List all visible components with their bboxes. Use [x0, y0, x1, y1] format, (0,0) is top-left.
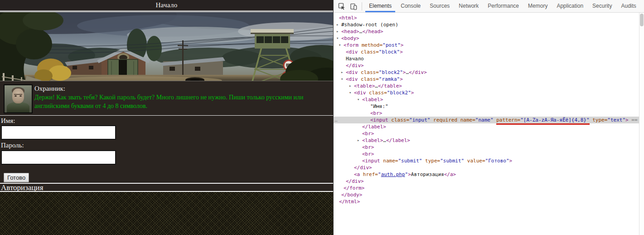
banner-image	[0, 12, 333, 81]
tree-row-code: <br>	[370, 110, 383, 116]
inspect-element-icon[interactable]	[337, 2, 346, 11]
expand-arrow-icon[interactable]: ▸	[336, 21, 339, 28]
devtools-tree-row[interactable]: <br>	[334, 144, 639, 151]
auth-row: Авторизация	[0, 184, 333, 191]
tree-row-code: "Имя:"	[370, 103, 388, 109]
collapse-arrow-icon[interactable]: ▾	[339, 42, 341, 49]
devtools-tab-console[interactable]: Console	[396, 0, 425, 12]
device-toolbar-icon[interactable]	[349, 2, 358, 11]
devtools-tree-row[interactable]: <br>	[334, 130, 639, 137]
tree-row-code: </div>	[346, 178, 364, 184]
tree-row-code: <div class="block">	[346, 49, 403, 55]
name-label: Имя:	[1, 117, 15, 125]
devtools-tab-audits[interactable]: Audits	[616, 0, 640, 12]
tree-row-code: <a href="auth.php">Авторизация</a>	[354, 171, 456, 177]
devtools-tree-row[interactable]: </html>	[334, 198, 639, 205]
tree-row-code: <div class="ramka">	[346, 76, 403, 82]
devtools-tab-elements[interactable]: Elements	[364, 0, 396, 12]
avatar-eye	[15, 95, 17, 97]
guard-name: Охранник:	[34, 84, 329, 93]
devtools-scrollbar[interactable]	[639, 13, 644, 235]
devtools-tree-row[interactable]: ▸<head>…</head>	[334, 28, 639, 35]
tree-row-code: <table>…</table>	[354, 83, 402, 89]
background-texture	[0, 192, 333, 235]
guard-dialog: Охранник: Держи! Как звать тебя? Какой п…	[0, 81, 333, 116]
devtools-tree-row[interactable]: </form>	[334, 185, 639, 191]
devtools-tree-row[interactable]: </div>	[334, 62, 639, 69]
devtools-tree-row[interactable]: ▸<label>…</label>	[334, 137, 639, 144]
avatar-face	[12, 88, 24, 103]
collapse-arrow-icon[interactable]: ▾	[349, 89, 351, 96]
registration-form: Имя: Пароль: Готово	[0, 116, 333, 183]
devtools-tree-row[interactable]: Начало	[334, 55, 639, 62]
tree-row-code: <br>	[362, 131, 374, 137]
tree-row-code: <head>…</head>	[341, 29, 383, 34]
password-input[interactable]	[1, 150, 116, 165]
tree-row-code: </form>	[344, 185, 364, 191]
page-title: Начало	[0, 0, 333, 10]
avatar-brow	[14, 94, 22, 95]
devtools-tree-row[interactable]: <a href="auth.php">Авторизация</a>	[334, 171, 639, 178]
tree-row-code: <div class="block2">	[354, 90, 414, 96]
devtools-tree-row[interactable]: ▸#shadow-root (open)	[334, 21, 639, 28]
devtools-tree-row[interactable]: <br>	[334, 151, 639, 157]
guard-avatar	[4, 84, 33, 113]
devtools-tree-row[interactable]: ▸<table>…</table>	[334, 83, 639, 89]
devtools-tree-row[interactable]: ▾<div class="block2">	[334, 89, 639, 96]
devtools-tab-memory[interactable]: Memory	[523, 0, 552, 12]
elements-tree: <html>▸#shadow-root (open)▸<head>…</head…	[334, 13, 639, 235]
devtools-tabs: ElementsConsoleSourcesNetworkPerformance…	[364, 0, 644, 12]
password-label: Пароль:	[1, 141, 24, 149]
guard-message: Держи! Как звать тебя? Какой пароль буде…	[34, 93, 329, 110]
devtools-tree-row[interactable]: </label>	[334, 123, 639, 130]
tree-row-code: <br>	[362, 144, 374, 150]
toolbar-separator	[362, 2, 362, 10]
devtools-tree-row[interactable]: </div>	[334, 178, 639, 185]
tree-row-code: <input name="submit" type="submit" value…	[362, 158, 512, 164]
expand-arrow-icon[interactable]: ▸	[357, 137, 359, 144]
devtools-tab-performance[interactable]: Performance	[483, 0, 523, 12]
collapse-arrow-icon[interactable]: ▾	[357, 96, 359, 103]
devtools-tab-application[interactable]: Application	[552, 0, 588, 12]
row-hover-dots[interactable]: …	[334, 117, 337, 123]
devtools-tab-ad[interactable]: Ad	[641, 0, 644, 12]
devtools-tree-row[interactable]: <br>	[334, 110, 639, 117]
devtools-tab-network[interactable]: Network	[454, 0, 483, 12]
devtools-tree-row[interactable]: <input name="submit" type="submit" value…	[334, 157, 639, 164]
devtools-tree-row[interactable]: ▾<form method="post">	[334, 42, 639, 49]
collapse-arrow-icon[interactable]: ▾	[341, 76, 343, 83]
devtools-tree-row[interactable]: ▾<body>	[334, 35, 639, 42]
name-input[interactable]	[1, 125, 116, 140]
tree-row-code: </html>	[339, 199, 360, 205]
devtools-tree-row[interactable]: </div>	[334, 164, 639, 171]
expand-arrow-icon[interactable]: ▸	[349, 83, 351, 89]
devtools-tab-security[interactable]: Security	[588, 0, 616, 12]
village-scene	[0, 12, 333, 81]
expand-arrow-icon[interactable]: ▸	[341, 69, 343, 76]
devtools-tree-row[interactable]: </body>	[334, 191, 639, 198]
tree-row-code: <html>	[339, 15, 357, 21]
guard-text: Охранник: Держи! Как звать тебя? Какой п…	[34, 84, 329, 110]
tree-row-code: <br>	[362, 151, 374, 157]
devtools-tree-row[interactable]: "Имя:"	[334, 103, 639, 110]
devtools-tree-row[interactable]: <html>	[334, 15, 639, 21]
avatar-jacket	[7, 102, 29, 113]
avatar-eye	[19, 95, 22, 97]
tree-row-code: <label>…</label>	[362, 137, 410, 143]
game-page: Начало	[0, 0, 333, 235]
devtools-tab-sources[interactable]: Sources	[425, 0, 454, 12]
tree-row-code: </body>	[341, 192, 362, 198]
expand-arrow-icon[interactable]: ▸	[336, 28, 339, 35]
devtools-tree-row[interactable]: <div class="block">	[334, 49, 639, 55]
devtools-tree-row[interactable]: ▾<div class="ramka">	[334, 76, 639, 83]
devtools-tree-row[interactable]: ▸<div class="block2">…</div>	[334, 69, 639, 76]
tree-row-code: </div>	[354, 165, 372, 171]
tree-row-code: <label>	[362, 97, 383, 103]
scrollbar-thumb[interactable]	[640, 14, 644, 26]
screenshot-root: Начало	[0, 0, 644, 235]
submit-button[interactable]: Готово	[4, 173, 29, 182]
collapse-arrow-icon[interactable]: ▾	[336, 35, 339, 42]
devtools-selected-row[interactable]: …<input class="input" required name="nam…	[334, 117, 639, 123]
devtools-tree-row[interactable]: ▾<label>	[334, 96, 639, 103]
devtools-panel: ElementsConsoleSourcesNetworkPerformance…	[333, 0, 644, 235]
